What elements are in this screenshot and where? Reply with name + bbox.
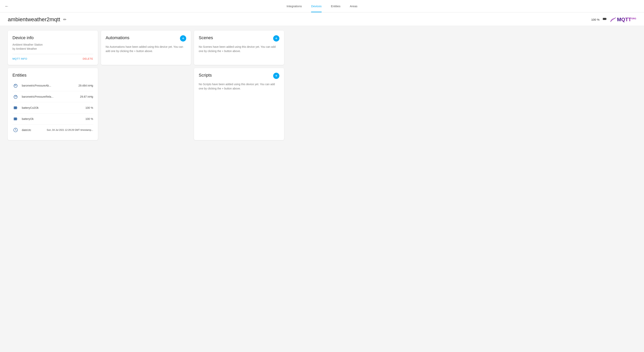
entity-name: barometricPressureAb... [22,84,75,87]
battery-icon [602,17,607,22]
entity-value: Sun, 04 Jul 2021 12:29:29 GMT timestamp.… [47,129,93,131]
svg-rect-11 [14,118,16,120]
tab-devices[interactable]: Devices [311,0,322,12]
battery-icon [12,105,19,111]
svg-point-4 [15,85,16,86]
add-automation-button[interactable]: + [180,35,186,42]
entity-value: 100 % [86,117,93,120]
tab-integrations[interactable]: Integrations [286,0,302,12]
mqtt-info-button[interactable]: MQTT INFO [12,57,27,60]
scripts-header: Scripts + [199,73,280,79]
list-item[interactable]: dateUtc Sun, 04 Jul 2021 12:29:29 GMT ti… [12,124,93,135]
svg-rect-1 [603,18,606,20]
entity-name: barometricPressureRela... [22,95,77,98]
gauge-icon [12,94,19,100]
list-item[interactable]: batteryOk 100 % [12,113,93,124]
scripts-card: Scripts + No Scripts have been added usi… [194,68,284,140]
scenes-header: Scenes + [199,35,280,42]
battery-icon [12,116,19,122]
entity-value: 100 % [86,106,93,109]
page-header: ambientweather2mqtt ✏ 100 % MQTTORG [0,13,644,26]
tab-entities[interactable]: Entities [331,0,340,12]
entity-name: batteryOk [22,117,82,120]
delete-button[interactable]: DELETE [83,57,93,60]
device-info-card: Device info Ambient Weather Station by A… [8,31,98,65]
entity-value: 29.484 inHg [78,84,93,87]
svg-rect-12 [17,118,17,119]
device-info-title: Device info [12,35,93,40]
nav-tabs: Integrations Devices Entities Areas [286,0,358,12]
add-script-button[interactable]: + [273,73,280,79]
list-item[interactable]: barometricPressureAb... 29.484 inHg [12,80,93,91]
battery-percentage: 100 % [591,18,600,21]
device-name: ambientweather2mqtt [8,16,60,23]
automations-header: Automations + [106,35,186,42]
svg-rect-9 [17,107,17,108]
gauge-icon [12,82,19,89]
edit-icon[interactable]: ✏ [63,17,66,22]
device-manufacturer: Ambient Weather Station by Ambient Weath… [12,43,93,51]
back-icon: ← [5,4,9,9]
entity-value: 29.87 inHg [80,95,93,98]
svg-rect-8 [14,107,16,109]
back-button[interactable]: ← [5,4,9,9]
scenes-title: Scenes [199,35,213,40]
scripts-title: Scripts [199,73,212,78]
entity-name: batteryCo2Ok [22,106,82,109]
top-navigation: ← Integrations Devices Entities Areas [0,0,644,13]
svg-point-6 [15,96,16,97]
mqtt-logo-text: MQTTORG [617,17,636,23]
automations-card: Automations + No Automations have been a… [101,31,191,65]
entity-name: dateUtc [22,128,44,131]
mqtt-logo: MQTTORG [610,17,636,23]
card-actions: MQTT INFO DELETE [12,57,93,60]
entities-title: Entities [12,73,93,78]
mqtt-signal-icon [610,17,616,22]
entity-list: barometricPressureAb... 29.484 inHg baro… [12,80,93,135]
list-item[interactable]: barometricPressureRela... 29.87 inHg [12,91,93,102]
scenes-empty-text: No Scenes have been added using this dev… [199,45,280,53]
tab-areas[interactable]: Areas [350,0,358,12]
automations-empty-text: No Automations have been added using thi… [106,45,186,53]
list-item[interactable]: batteryCo2Ok 100 % [12,102,93,113]
scenes-card: Scenes + No Scenes have been added using… [194,31,284,65]
clock-icon [12,127,19,133]
header-right: 100 % MQTTORG [591,17,636,23]
add-scene-button[interactable]: + [273,35,280,42]
scripts-empty-text: No Scripts have been added using this de… [199,82,280,91]
main-content: Device info Ambient Weather Station by A… [0,26,292,145]
device-title-section: ambientweather2mqtt ✏ [8,16,66,23]
svg-rect-2 [606,19,607,19]
entities-card: Entities barometricPressureAb... 29.484 … [8,68,98,140]
automations-title: Automations [106,35,130,40]
